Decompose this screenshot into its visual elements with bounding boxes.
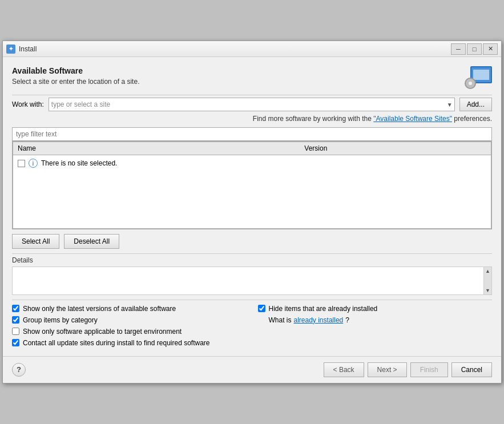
find-more-suffix: preferences. xyxy=(454,115,492,123)
checkbox-label-target-env[interactable]: Show only software applicable to target … xyxy=(23,328,182,336)
page-title: Available Software xyxy=(12,66,139,75)
cancel-button[interactable]: Cancel xyxy=(451,362,492,377)
table-cell-version xyxy=(300,155,443,172)
footer: ? < Back Next > Finish Cancel xyxy=(3,356,501,383)
options-section: Show only the latest versions of availab… xyxy=(12,305,492,347)
right-options: Hide items that are already installed Wh… xyxy=(258,305,493,347)
selection-buttons: Select All Deselect All xyxy=(12,234,492,249)
main-content: Available Software Select a site or ente… xyxy=(3,57,501,356)
table-row: i There is no site selected. xyxy=(13,155,491,172)
site-select[interactable]: type or select a site xyxy=(49,98,455,111)
empty-cell xyxy=(13,171,491,228)
minimize-button[interactable]: ─ xyxy=(451,43,466,55)
no-site-row: i There is no site selected. xyxy=(18,159,295,168)
work-with-label: Work with: xyxy=(12,100,44,108)
options-divider xyxy=(12,300,492,300)
maximize-button[interactable]: □ xyxy=(467,43,482,55)
mid-divider xyxy=(12,253,492,254)
checkbox-item-hide-installed: Hide items that are already installed xyxy=(258,305,493,313)
select-all-button[interactable]: Select All xyxy=(12,234,59,249)
checkbox-label-contact-update-sites[interactable]: Contact all update sites during install … xyxy=(23,339,210,347)
work-with-row: Work with: type or select a site ▼ Add..… xyxy=(12,98,492,111)
checkbox-label-hide-installed[interactable]: Hide items that are already installed xyxy=(269,305,378,313)
no-site-message: There is no site selected. xyxy=(41,159,117,167)
scroll-down-arrow-icon[interactable]: ▼ xyxy=(485,288,490,293)
extra-column-header xyxy=(443,142,491,155)
details-label: Details xyxy=(12,256,492,264)
window-title: Install xyxy=(19,45,37,53)
help-button[interactable]: ? xyxy=(12,363,26,377)
back-button[interactable]: < Back xyxy=(324,362,364,377)
window-icon: ✦ xyxy=(6,45,15,54)
page-header: Available Software Select a site or ente… xyxy=(12,66,492,92)
name-column-header: Name xyxy=(13,142,300,155)
filter-input[interactable] xyxy=(12,127,492,141)
software-table: Name Version i There is no site selected… xyxy=(13,142,491,229)
table-header-row: Name Version xyxy=(13,142,491,155)
footer-left: ? xyxy=(12,363,26,377)
checkbox-label-latest-versions[interactable]: Show only the latest versions of availab… xyxy=(23,305,176,313)
details-scrollbar: ▲ ▼ xyxy=(483,267,491,294)
checkbox-target-env[interactable] xyxy=(12,328,19,335)
row-checkbox[interactable] xyxy=(18,160,25,167)
checkbox-item-target-env: Show only software applicable to target … xyxy=(12,328,247,336)
checkbox-group-by-category[interactable] xyxy=(12,316,19,324)
find-more-row: Find more software by working with the "… xyxy=(12,115,492,123)
version-column-header: Version xyxy=(300,142,443,155)
finish-button[interactable]: Finish xyxy=(410,362,448,377)
table-cell-name: i There is no site selected. xyxy=(13,155,300,172)
table-cell-extra xyxy=(443,155,491,172)
add-button[interactable]: Add... xyxy=(459,98,492,111)
cd-icon xyxy=(465,78,476,89)
title-buttons: ─ □ ✕ xyxy=(451,43,498,55)
title-bar: ✦ Install ─ □ ✕ xyxy=(3,41,501,57)
checkbox-label-group-by-category[interactable]: Group items by category xyxy=(23,316,98,324)
table-header: Name Version xyxy=(13,142,491,155)
header-divider xyxy=(12,95,492,95)
header-text: Available Software Select a site or ente… xyxy=(12,66,139,92)
title-bar-left: ✦ Install xyxy=(6,45,37,54)
software-table-container: Name Version i There is no site selected… xyxy=(12,141,492,229)
close-button[interactable]: ✕ xyxy=(483,43,498,55)
table-body: i There is no site selected. xyxy=(13,155,491,229)
empty-table-row xyxy=(13,171,491,228)
info-icon: i xyxy=(29,159,38,168)
what-is-row: What is already installed ? xyxy=(269,316,493,324)
checkbox-item-latest-versions: Show only the latest versions of availab… xyxy=(12,305,247,313)
header-icon xyxy=(465,66,492,89)
details-section: Details ▲ ▼ xyxy=(12,256,492,295)
checkbox-item-group-by-category: Group items by category xyxy=(12,316,247,324)
page-subtitle: Select a site or enter the location of a… xyxy=(12,78,139,86)
install-window: ✦ Install ─ □ ✕ Available Software Selec… xyxy=(2,41,502,383)
available-software-sites-link[interactable]: "Available Software Sites" xyxy=(373,115,452,123)
next-button[interactable]: Next > xyxy=(368,362,407,377)
checkbox-hide-installed[interactable] xyxy=(258,305,265,312)
checkbox-item-contact-update-sites: Contact all update sites during install … xyxy=(12,339,247,347)
checkbox-latest-versions[interactable] xyxy=(12,305,19,312)
already-installed-link[interactable]: already installed xyxy=(294,316,344,324)
scroll-up-arrow-icon[interactable]: ▲ xyxy=(485,268,490,274)
find-more-text: Find more software by working with the xyxy=(253,115,372,123)
left-options: Show only the latest versions of availab… xyxy=(12,305,247,347)
footer-right: < Back Next > Finish Cancel xyxy=(324,362,492,377)
what-is-text: What is xyxy=(269,316,292,324)
site-select-wrapper: type or select a site ▼ xyxy=(49,98,455,111)
deselect-all-button[interactable]: Deselect All xyxy=(64,234,119,249)
details-content: ▲ ▼ xyxy=(12,266,492,295)
checkbox-contact-update-sites[interactable] xyxy=(12,339,19,346)
what-is-suffix: ? xyxy=(345,316,349,324)
